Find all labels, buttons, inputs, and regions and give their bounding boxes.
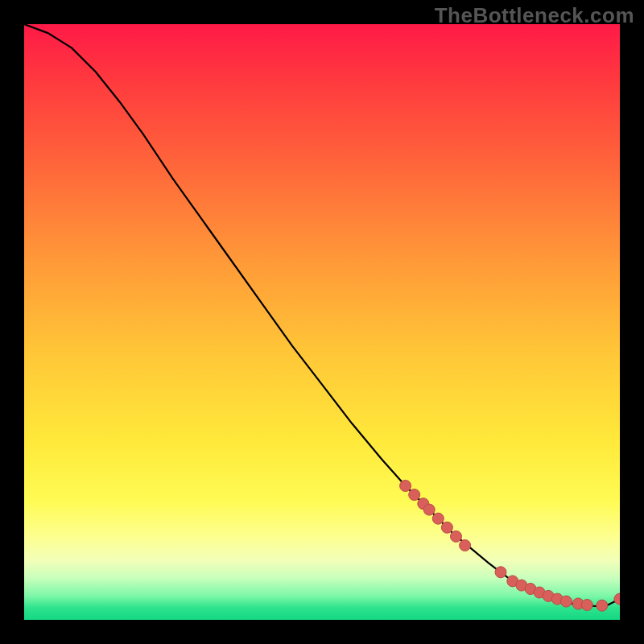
data-point (581, 600, 592, 611)
data-point (460, 540, 471, 551)
data-point (614, 593, 620, 605)
highlighted-points (400, 481, 620, 612)
data-point (451, 530, 462, 542)
data-point (432, 513, 444, 524)
data-point (400, 481, 411, 492)
data-point (423, 504, 435, 515)
chart-svg (24, 24, 620, 620)
plot-area (24, 24, 620, 620)
data-point (597, 600, 608, 611)
bottleneck-curve (24, 24, 620, 606)
data-point (495, 567, 506, 578)
data-point (560, 596, 572, 607)
data-point (409, 489, 420, 501)
chart-frame: TheBottleneck.com (0, 0, 644, 644)
data-point (441, 522, 452, 533)
